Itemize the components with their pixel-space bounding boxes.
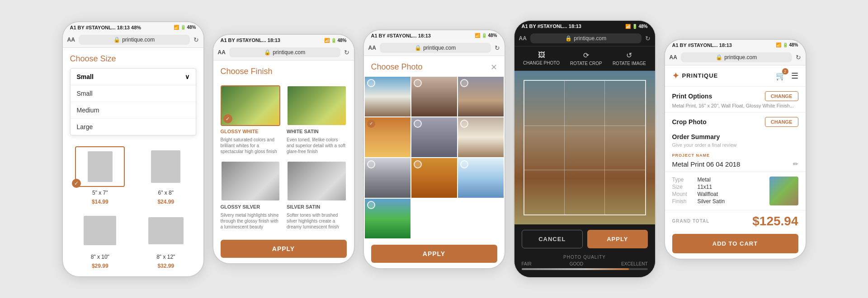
detail-key-0: Type — [672, 177, 694, 183]
dropdown-selected[interactable]: Small ∨ — [71, 69, 196, 85]
browser-url-3[interactable]: 🔒 printique.com — [380, 43, 491, 53]
menu-icon[interactable]: ☰ — [791, 71, 798, 81]
photo-cell-1[interactable] — [411, 77, 457, 116]
screen-choose-finish: A1 BY #STAYONL... 18:13 📶 🔋 48% AA 🔒 pri… — [212, 34, 355, 264]
print-options-section-title: Print Options — [672, 93, 712, 100]
finish-desc-2: Silvery metal highlights shine through t… — [221, 212, 281, 230]
photo-cell-7[interactable] — [411, 158, 457, 198]
header-icons: 🛒 2 ☰ — [776, 71, 798, 81]
screen1-content: Choose Size Small ∨ Small Medium Large ✓… — [63, 48, 203, 276]
apply-button-4[interactable]: APPLY — [587, 230, 648, 248]
detail-val-2: Wallfloat — [698, 191, 718, 197]
size-thumb-wrap-1 — [141, 146, 191, 187]
quality-bar-fill — [522, 268, 629, 270]
size-label-3: 8" x 12" — [156, 254, 175, 260]
apply-button-2[interactable]: APPLY — [221, 240, 347, 258]
print-options-change-btn[interactable]: CHANGE — [765, 91, 798, 101]
finish-card-2[interactable]: GLOSSY SILVER Silvery metal highlights s… — [221, 161, 281, 230]
order-thumbnail — [769, 177, 798, 205]
browser-url-4[interactable]: 🔒 printique.com — [530, 33, 642, 43]
size-dropdown[interactable]: Small ∨ Small Medium Large — [70, 68, 196, 135]
photo-circle-9 — [367, 201, 375, 209]
size-card-1[interactable]: 6" x 8" $24.99 — [136, 146, 196, 205]
printique-logo: ✦ PRINTIQUE — [672, 71, 718, 81]
change-photo-btn[interactable]: 🖼 CHANGE PHOTO — [523, 51, 560, 66]
dropdown-item-medium[interactable]: Medium — [71, 102, 196, 119]
dark-footer: CANCEL APPLY PHOTO QUALITY FAIR GOOD EXC… — [514, 224, 655, 277]
browser-bar-5: AA 🔒 printique.com ↻ — [665, 50, 806, 65]
rotate-crop-btn[interactable]: ⟳ ROTATE CROP — [570, 51, 602, 66]
order-details: Type Metal Size 11x11 Mount Wallfloat Fi… — [665, 172, 806, 210]
photo-circle-7 — [414, 160, 422, 168]
photo-cell-4[interactable] — [411, 117, 457, 157]
size-price-0: $14.99 — [92, 199, 108, 205]
add-to-cart-button[interactable]: ADD TO CART — [672, 234, 798, 253]
detail-key-2: Mount — [672, 191, 694, 197]
finish-name-2: GLOSSY SILVER — [221, 204, 260, 210]
size-price-1: $24.99 — [157, 199, 174, 205]
photo-cell-6[interactable] — [365, 158, 410, 198]
photo-cell-5[interactable] — [458, 117, 504, 157]
finish-desc-1: Even toned, lifelike colors and superior… — [287, 137, 347, 154]
lock-icon-4: 🔒 — [565, 35, 572, 42]
status-bar-2: A1 BY #STAYONL... 18:13 📶 🔋 48% — [213, 35, 354, 45]
finish-check-0: ✓ — [223, 114, 232, 123]
status-right-4: 📶 🔋 48% — [625, 24, 648, 29]
status-bar-1: A1 BY #STAYONL... 18:13 48% 📶 🔋 48% — [63, 22, 203, 32]
photo-cell-2[interactable] — [458, 77, 504, 116]
photo-cell-8[interactable] — [458, 158, 504, 198]
photo-circle-6 — [367, 160, 375, 168]
size-card-3[interactable]: 8" x 12" $32.99 — [136, 210, 196, 269]
dropdown-item-small[interactable]: Small — [71, 85, 196, 102]
close-button-3[interactable]: ✕ — [491, 62, 497, 72]
order-summary-subtitle: Give your order a final review — [665, 142, 806, 151]
status-left-2: A1 BY #STAYONL... 18:13 — [221, 37, 280, 43]
crop-workspace[interactable] — [514, 71, 655, 224]
status-left-1: A1 BY #STAYONL... 18:13 48% — [70, 25, 142, 30]
apply-button-3[interactable]: APPLY — [371, 245, 497, 263]
detail-val-1: 11x11 — [698, 184, 712, 190]
photo-cell-0[interactable] — [365, 77, 410, 116]
browser-url-1[interactable]: 🔒 printique.com — [79, 35, 190, 45]
rotate-crop-label: ROTATE CROP — [570, 61, 602, 66]
photo-circle-5 — [460, 120, 468, 128]
reload-icon-4[interactable]: ↻ — [645, 35, 651, 42]
photo-cell-3[interactable]: ✓ — [365, 117, 410, 157]
browser-url-5[interactable]: 🔒 printique.com — [681, 52, 792, 62]
size-thumb-3 — [148, 217, 184, 244]
size-card-2[interactable]: 8" x 10" $29.99 — [70, 210, 131, 269]
finish-img-0: ✓ — [221, 85, 281, 126]
finish-card-0[interactable]: ✓ GLOSSY WHITE Bright saturated colors a… — [221, 85, 281, 154]
size-thumb-0 — [88, 151, 113, 182]
photo-circle-4 — [414, 120, 422, 128]
lock-icon-5: 🔒 — [716, 54, 722, 61]
reload-icon-3[interactable]: ↻ — [495, 44, 500, 51]
lock-icon-2: 🔒 — [264, 49, 271, 56]
cart-badge[interactable]: 🛒 2 — [776, 71, 786, 81]
browser-url-2[interactable]: 🔒 printique.com — [229, 47, 340, 57]
grand-total-label: GRAND TOTAL — [672, 219, 710, 224]
detail-val-3: Silver Satin — [698, 198, 725, 205]
crop-grid-lines — [524, 81, 645, 214]
status-right-3: 📶 🔋 48% — [475, 33, 497, 38]
printique-logo-icon: ✦ — [672, 71, 679, 81]
reload-icon-5[interactable]: ↻ — [796, 54, 801, 61]
photo-circle-3: ✓ — [367, 120, 375, 128]
crop-grid-h2 — [524, 170, 645, 170]
size-card-0[interactable]: ✓ 5" x 7" $14.99 — [70, 146, 131, 205]
finish-card-3[interactable]: SILVER SATIN Softer tones with brushed s… — [287, 161, 347, 230]
reload-icon-1[interactable]: ↻ — [193, 36, 199, 43]
finish-card-1[interactable]: WHITE SATIN Even toned, lifelike colors … — [287, 85, 347, 154]
cancel-button-4[interactable]: CANCEL — [522, 230, 583, 248]
size-label-1: 6" x 8" — [158, 190, 174, 196]
screen3-content: Choose Photo ✕ ✓ — [364, 56, 505, 268]
order-details-text: Type Metal Size 11x11 Mount Wallfloat Fi… — [672, 177, 765, 205]
photo-cell-9[interactable] — [365, 199, 410, 238]
dropdown-item-large[interactable]: Large — [71, 119, 196, 135]
crop-photo-change-btn[interactable]: CHANGE — [765, 117, 798, 127]
choose-photo-header: Choose Photo ✕ — [364, 56, 505, 77]
edit-icon[interactable]: ✏ — [793, 160, 798, 168]
rotate-image-icon: ↺ — [626, 51, 632, 60]
reload-icon-2[interactable]: ↻ — [344, 49, 349, 56]
rotate-image-btn[interactable]: ↺ ROTATE IMAGE — [613, 51, 646, 66]
